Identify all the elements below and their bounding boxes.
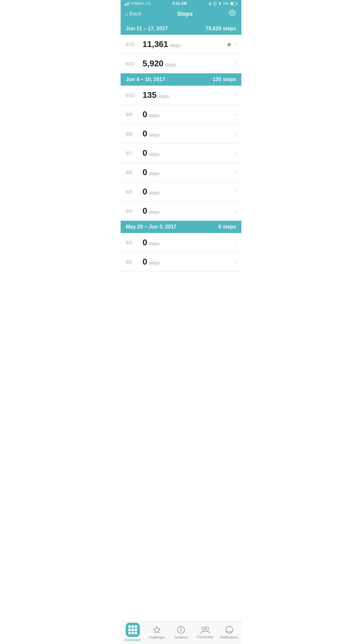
steps-number: 11,361 [143,39,168,49]
row-icons: › [235,189,236,195]
settings-button[interactable] [228,9,236,19]
chevron-right-icon: › [235,150,236,156]
svg-line-8 [214,2,214,3]
steps-label: steps [149,152,159,157]
main-content: Jun 11 – 17, 2017 75,629 steps 6/12 11,3… [121,23,241,294]
section-total-jun11: 75,629 steps [206,26,236,32]
section-total-may28: 0 steps [218,224,236,230]
row-steps-display: 0 steps [143,167,235,177]
status-left: 中国移动 LTE [125,1,151,6]
battery-label: 39% [223,2,229,5]
steps-label: steps [149,241,159,246]
steps-number: 0 [143,187,147,197]
section-total-jun4: 135 steps [213,77,236,82]
svg-rect-11 [237,3,237,4]
row-icons: › [235,92,236,98]
gear-icon [228,9,236,17]
chevron-right-icon: › [235,42,236,47]
steps-number: 0 [143,206,147,216]
steps-label: steps [149,132,159,137]
row-steps-display: 0 steps [143,129,235,139]
steps-number: 0 [143,109,147,119]
page-title: Steps [177,11,193,17]
chevron-right-icon: › [235,92,236,98]
back-button[interactable]: ‹ Back [126,10,141,18]
svg-rect-3 [128,2,129,5]
status-bar: 中国移动 LTE 9:52 AM 39% [121,0,241,6]
row-steps-display: 5,920 steps [143,59,235,69]
svg-marker-4 [209,2,212,5]
steps-label: steps [170,43,181,48]
section-header-may28: May 28 – Jun 3, 2017 0 steps [121,221,241,233]
svg-rect-2 [127,2,128,5]
list-item[interactable]: 6/5 0 steps › [121,182,241,201]
steps-label: steps [158,94,169,99]
steps-label: steps [149,171,159,176]
row-date: 6/5 [126,189,139,194]
back-chevron-icon: ‹ [126,10,128,18]
row-icons: › [235,131,236,137]
list-item[interactable]: 6/6 0 steps › [121,163,241,182]
steps-label: steps [149,113,159,118]
list-item[interactable]: 6/9 0 steps › [121,105,241,124]
row-icons: › [235,170,236,175]
signal-icon [125,2,130,5]
section-header-jun4: Jun 4 – 10, 2017 135 steps [121,73,241,86]
row-steps-display: 0 steps [143,257,235,267]
row-steps-display: 0 steps [143,109,235,119]
steps-label: steps [165,62,176,67]
steps-number: 135 [143,90,156,100]
list-item[interactable]: 6/11 5,920 steps › [121,54,241,73]
steps-label: steps [149,190,159,195]
list-item[interactable]: 6/8 0 steps › [121,124,241,144]
row-steps-display: 11,361 steps [143,39,226,49]
row-icons: › [235,240,236,246]
list-item[interactable]: 6/7 0 steps › [121,144,241,163]
steps-label: steps [149,260,159,266]
row-date: 6/11 [126,61,139,66]
steps-label: steps [149,210,159,215]
row-date: 6/6 [126,170,139,175]
list-item[interactable]: 6/10 135 steps › [121,86,241,105]
row-icons: › [235,112,236,117]
chevron-right-icon: › [235,61,236,67]
row-icons: › [235,208,236,214]
back-label: Back [129,11,142,17]
status-right: 39% [209,2,237,5]
steps-number: 0 [143,148,147,158]
row-date: 6/3 [126,240,139,245]
svg-rect-12 [231,3,233,5]
row-date: 6/10 [126,93,139,98]
list-item[interactable]: 6/2 0 steps › [121,252,241,272]
row-date: 6/2 [126,259,139,265]
steps-number: 0 [143,238,147,247]
star-icon: ★ [226,41,232,48]
chevron-right-icon: › [235,208,236,214]
row-date: 6/4 [126,209,139,214]
location-icon [209,2,212,5]
row-icons: › [235,150,236,156]
steps-number: 0 [143,167,147,177]
nav-bar: ‹ Back Steps [121,6,241,23]
chevron-right-icon: › [235,170,236,175]
row-date: 6/8 [126,131,139,136]
row-date: 6/9 [126,112,139,117]
list-item[interactable]: 6/3 0 steps › [121,233,241,252]
list-item[interactable]: 6/4 0 steps › [121,201,241,221]
row-steps-display: 135 steps [143,90,235,100]
row-date: 6/12 [126,42,139,47]
section-date-range-jun4: Jun 4 – 10, 2017 [126,77,165,82]
row-steps-display: 0 steps [143,148,235,158]
row-icons: ★ › [226,41,236,48]
chevron-right-icon: › [235,240,236,246]
chevron-right-icon: › [235,189,236,195]
section-date-range-may28: May 28 – Jun 3, 2017 [126,224,176,230]
svg-rect-1 [126,3,127,5]
steps-number: 0 [143,257,147,267]
chevron-right-icon: › [235,112,236,117]
status-time: 9:52 AM [172,1,187,6]
section-date-range-jun11: Jun 11 – 17, 2017 [126,26,168,32]
list-item[interactable]: 6/12 11,361 steps ★ › [121,35,241,54]
bluetooth-icon [218,2,221,5]
row-steps-display: 0 steps [143,206,235,216]
